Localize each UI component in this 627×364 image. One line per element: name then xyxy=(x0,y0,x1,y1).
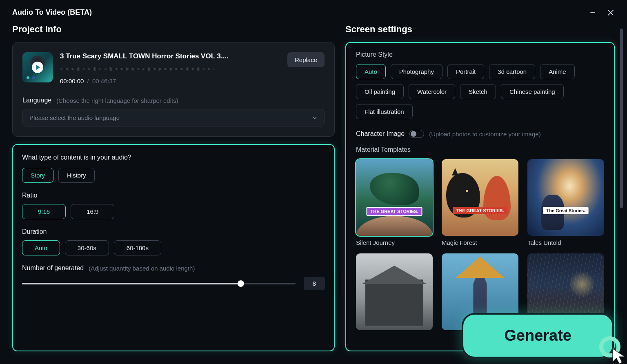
scrollbar[interactable] xyxy=(620,29,623,208)
count-hint: (Adjust quantity based on audio length) xyxy=(89,265,195,272)
style-pill-chinese-painting[interactable]: Chinese painting xyxy=(501,84,564,99)
template-caption: Magic Forest xyxy=(442,239,518,246)
template-caption: Tales Untold xyxy=(527,239,604,246)
style-pill-flat-illustration[interactable]: Flat illustration xyxy=(356,104,413,119)
template-item-3[interactable] xyxy=(356,253,433,333)
ratio-label: Ratio xyxy=(22,192,325,199)
duration-pill-30-60s[interactable]: 30-60s xyxy=(65,240,109,255)
current-time: 00:00:00 xyxy=(60,78,84,84)
style-pill-sketch[interactable]: Sketch xyxy=(460,84,496,99)
audio-thumbnail[interactable] xyxy=(22,52,53,82)
language-placeholder: Please select the audio language xyxy=(29,114,120,121)
ratio-pill-9-16[interactable]: 9:16 xyxy=(22,204,66,219)
style-pill-photography[interactable]: Photography xyxy=(391,64,442,79)
content-type-pill-history[interactable]: History xyxy=(58,168,95,183)
language-hint: (Choose the right language for sharper e… xyxy=(56,97,178,104)
template-badge: THE GREAT STORIES. xyxy=(367,207,422,216)
templates-label: Material Templates xyxy=(356,146,604,153)
music-notes-icon xyxy=(27,73,36,79)
timecode: 00:00:00 / 00:46:37 xyxy=(60,78,280,84)
style-pill-auto[interactable]: Auto xyxy=(356,64,386,79)
close-button[interactable] xyxy=(607,9,615,17)
style-pill-3d-cartoon[interactable]: 3d cartoon xyxy=(489,64,535,79)
template-badge: The Great Stories. xyxy=(543,207,589,214)
slider-thumb[interactable] xyxy=(238,280,244,287)
count-slider[interactable] xyxy=(22,283,296,284)
generate-button[interactable]: Generate xyxy=(462,313,614,358)
audio-title: 3 True Scary SMALL TOWN Horror Stories V… xyxy=(60,52,280,60)
minimize-button[interactable] xyxy=(589,9,597,17)
content-settings-card: What type of content is in your audio? S… xyxy=(12,144,335,351)
project-section-title: Project Info xyxy=(12,24,335,35)
screen-settings-card: Picture Style AutoPhotographyPortrait3d … xyxy=(345,42,615,351)
play-icon xyxy=(32,62,43,73)
window-controls xyxy=(589,9,615,17)
ratio-pill-16-9[interactable]: 16:9 xyxy=(71,204,114,219)
window-title: Audio To Video (BETA) xyxy=(12,8,92,17)
language-label: Language xyxy=(22,97,51,104)
total-time: 00:46:37 xyxy=(92,78,116,84)
template-badge: THE GREAT STORIES. xyxy=(453,207,507,214)
project-info-card: 3 True Scary SMALL TOWN Horror Stories V… xyxy=(12,42,335,137)
character-image-hint: (Upload photos to customize your image) xyxy=(429,131,540,138)
character-image-label: Character Image xyxy=(356,130,405,138)
content-type-question: What type of content is in your audio? xyxy=(22,154,325,161)
template-item-0[interactable]: THE GREAT STORIES.Silent Journey xyxy=(356,159,433,246)
content-type-pill-story[interactable]: Story xyxy=(22,168,53,183)
picture-style-label: Picture Style xyxy=(356,51,604,58)
template-item-1[interactable]: THE GREAT STORIES.Magic Forest xyxy=(442,159,518,246)
style-pill-portrait[interactable]: Portrait xyxy=(447,64,484,79)
template-item-2[interactable]: The Great Stories.Tales Untold xyxy=(527,159,604,246)
style-pill-watercolor[interactable]: Watercolor xyxy=(409,84,455,99)
duration-pill-auto[interactable]: Auto xyxy=(22,240,60,255)
template-caption: Silent Journey xyxy=(356,239,433,246)
character-image-toggle[interactable] xyxy=(409,130,424,138)
count-label: Number of generated xyxy=(22,264,84,272)
style-pill-oil-painting[interactable]: Oil painting xyxy=(356,84,404,99)
count-value: 8 xyxy=(304,277,325,290)
language-select[interactable]: Please select the audio language xyxy=(22,109,325,127)
chevron-down-icon xyxy=(312,115,318,121)
waveform[interactable] xyxy=(60,64,280,73)
duration-pill-60-180s[interactable]: 60-180s xyxy=(114,240,161,255)
cursor-overlay xyxy=(598,335,626,363)
replace-button[interactable]: Replace xyxy=(287,52,325,67)
duration-label: Duration xyxy=(22,228,325,235)
style-pill-anime[interactable]: Anime xyxy=(540,64,575,79)
screen-section-title: Screen settings xyxy=(345,24,615,35)
